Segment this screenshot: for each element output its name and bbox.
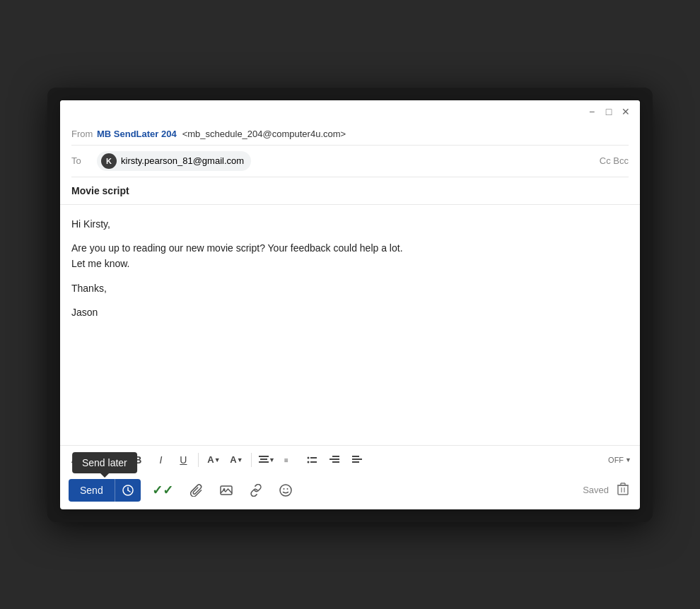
highlight-color-button[interactable]: A ▼ [226,450,247,470]
svg-point-6 [308,461,310,463]
from-name: MB SendLater 204 [97,129,177,139]
close-button[interactable]: ✕ [620,106,631,117]
action-bar: Send later Send ✓✓ [60,474,640,509]
indent-decrease-icon [329,455,339,465]
subject-text: Movie script [71,185,129,196]
indent-decrease-button[interactable] [324,450,345,470]
svg-point-20 [283,488,284,490]
font-color-icon: A [207,454,214,465]
ordered-list-button[interactable]: ≡ [279,450,300,470]
ordered-list-icon: ≡ [284,455,294,465]
clock-icon [122,485,134,496]
indent-increase-button[interactable] [346,450,368,470]
svg-rect-7 [310,461,317,463]
body-signature: Jason [71,304,629,320]
to-label: To [71,155,97,166]
font-color-dropdown: ▼ [214,456,221,463]
toolbar-divider-2 [251,453,252,467]
formatting-toolbar: Arial 10 ▼ B I U A ▼ A ▼ [60,445,640,474]
align-button[interactable]: ▼ [256,450,277,470]
font-size-dropdown-arrow[interactable]: ▼ [119,456,126,463]
body-thanks: Thanks, [71,280,629,296]
underline-button[interactable]: U [173,450,194,470]
cc-bcc-button[interactable]: Cc Bcc [600,155,629,166]
emoji-icon [279,484,292,497]
from-email: <mb_schedule_204@computer4u.com> [182,129,346,139]
svg-rect-8 [332,456,339,457]
svg-text:≡: ≡ [284,456,288,464]
to-row: To K kirsty.pearson_81@gmail.com Cc Bcc [71,146,629,177]
indent-increase-icon [352,455,362,465]
off-label: OFF [608,456,624,464]
align-icon [259,455,269,465]
svg-rect-12 [352,459,362,460]
body-greeting: Hi Kirsty, [71,216,629,232]
svg-rect-22 [618,485,628,495]
header-section: From MB SendLater 204 <mb_schedule_204@c… [60,123,640,177]
svg-rect-5 [310,457,317,459]
from-row: From MB SendLater 204 <mb_schedule_204@c… [71,123,629,146]
send-label: Send [80,485,103,496]
svg-rect-11 [352,456,359,457]
highlight-dropdown: ▼ [237,456,243,463]
send-later-tooltip-container: Send later Send [69,479,141,502]
window-shadow: − □ ✕ From MB SendLater 204 <mb_schedule… [47,88,653,522]
from-content: MB SendLater 204 <mb_schedule_204@comput… [97,129,629,139]
image-button[interactable] [214,480,238,501]
attach-button[interactable] [185,480,209,501]
off-dropdown-arrow[interactable]: ▼ [625,456,631,463]
image-icon [220,484,233,497]
svg-rect-13 [352,461,359,463]
font-selector[interactable]: Arial [69,453,93,466]
avatar: K [101,153,117,169]
compose-window: − □ ✕ From MB SendLater 204 <mb_schedule… [60,100,640,509]
italic-button[interactable]: I [150,450,171,470]
checkmark-icon: ✓✓ [152,483,173,498]
font-size-group: 10 ▼ [97,453,126,466]
title-bar-controls: − □ ✕ [586,106,631,117]
svg-line-16 [128,490,130,492]
svg-rect-10 [332,461,339,463]
send-clock-button[interactable] [115,479,141,502]
unordered-list-icon [307,455,317,465]
send-button-group: Send later Send [69,479,141,502]
subject-row: Movie script [60,177,640,205]
attach-icon [190,484,203,497]
svg-rect-1 [260,459,267,460]
font-color-button[interactable]: A ▼ [203,450,224,470]
svg-rect-0 [259,456,269,457]
saved-text: Saved [583,485,609,495]
maximize-button[interactable]: □ [603,106,614,117]
checkmark-button[interactable]: ✓✓ [146,478,179,502]
trash-icon [617,483,629,495]
send-button[interactable]: Send [69,479,115,502]
toolbar-divider-1 [198,453,199,467]
delete-button[interactable] [614,480,631,501]
unordered-list-button[interactable] [301,450,322,470]
title-bar: − □ ✕ [60,100,640,123]
body-paragraph: Are you up to reading our new movie scri… [71,240,629,272]
to-chip[interactable]: K kirsty.pearson_81@gmail.com [97,151,251,171]
minimize-button[interactable]: − [586,106,597,117]
svg-rect-2 [259,461,269,463]
off-badge: OFF ▼ [608,456,631,464]
font-size-selector[interactable]: 10 [97,453,112,466]
svg-rect-9 [329,459,339,460]
svg-point-19 [280,485,291,496]
from-label: From [71,129,97,139]
link-icon [250,484,262,497]
emoji-button[interactable] [274,480,298,501]
svg-point-4 [308,456,310,459]
svg-point-21 [286,488,288,490]
email-body[interactable]: Hi Kirsty, Are you up to reading our new… [60,205,640,445]
bold-button[interactable]: B [127,450,148,470]
highlight-icon: A [230,454,236,465]
to-address: kirsty.pearson_81@gmail.com [121,155,244,166]
link-button[interactable] [244,480,268,501]
